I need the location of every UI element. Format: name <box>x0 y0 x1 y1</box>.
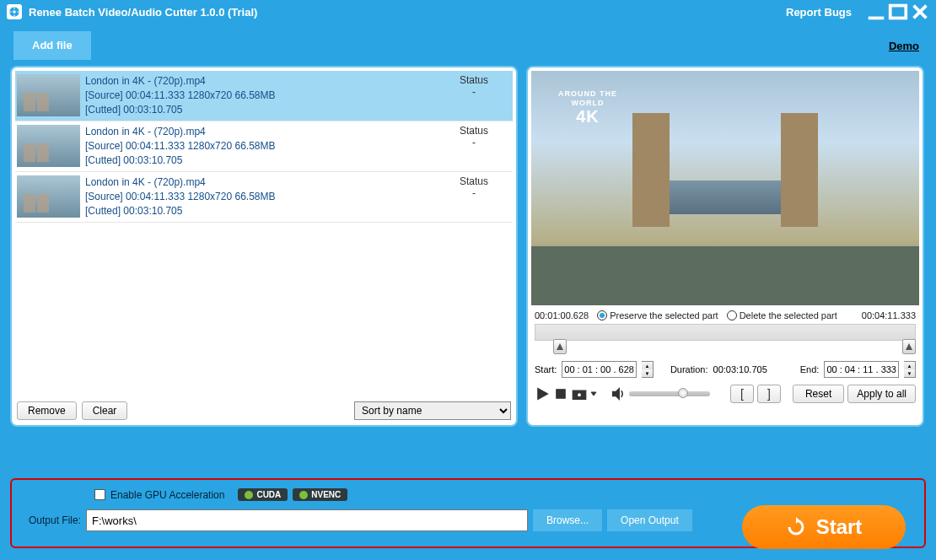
gpu-checkbox[interactable] <box>94 489 105 500</box>
volume-slider[interactable] <box>629 391 710 396</box>
stop-icon[interactable] <box>553 386 568 401</box>
close-button[interactable] <box>909 3 931 20</box>
status-value: - <box>440 86 508 98</box>
volume-icon[interactable] <box>611 386 626 401</box>
start-label: Start: <box>535 364 557 374</box>
file-name: London in 4K - (720p).mp4 <box>85 74 440 89</box>
delete-radio[interactable]: Delete the selected part <box>727 310 837 320</box>
end-spinner[interactable]: ▲▼ <box>904 361 916 378</box>
file-list: London in 4K - (720p).mp4 [Source] 00:04… <box>15 71 513 398</box>
file-row[interactable]: London in 4K - (720p).mp4 [Source] 00:04… <box>15 172 513 223</box>
output-file-input[interactable] <box>86 509 528 531</box>
start-spinner[interactable]: ▲▼ <box>642 361 654 378</box>
end-label: End: <box>800 364 820 374</box>
video-preview[interactable]: AROUND THE WORLD 4K <box>531 71 919 305</box>
preview-panel: AROUND THE WORLD 4K 00:01:00.628 Preserv… <box>526 66 924 427</box>
remove-button[interactable]: Remove <box>17 401 77 420</box>
reset-button[interactable]: Reset <box>793 385 844 403</box>
open-output-button[interactable]: Open Output <box>607 509 692 531</box>
svg-rect-7 <box>890 6 906 19</box>
apply-to-all-button[interactable]: Apply to all <box>847 385 916 403</box>
start-time-input[interactable]: 00 : 01 : 00 . 628 <box>562 361 637 378</box>
svg-rect-10 <box>557 390 565 398</box>
file-cutted: [Cutted] 00:03:10.705 <box>85 103 440 117</box>
browse-button[interactable]: Browse... <box>533 509 602 531</box>
file-source: [Source] 00:04:11.333 1280x720 66.58MB <box>85 139 440 153</box>
watermark-4k: AROUND THE WORLD 4K <box>558 89 617 125</box>
clear-button[interactable]: Clear <box>82 401 128 420</box>
file-row[interactable]: London in 4K - (720p).mp4 [Source] 00:04… <box>15 121 513 172</box>
preserve-radio[interactable]: Preserve the selected part <box>597 310 718 320</box>
file-row[interactable]: London in 4K - (720p).mp4 [Source] 00:04… <box>15 71 513 121</box>
demo-link[interactable]: Demo <box>889 40 919 52</box>
play-icon[interactable] <box>535 386 550 401</box>
snapshot-icon[interactable] <box>572 386 587 401</box>
status-value: - <box>440 137 508 148</box>
svg-point-12 <box>577 393 581 397</box>
file-thumbnail <box>17 175 80 218</box>
svg-point-1 <box>13 10 16 13</box>
top-row: Add file Demo <box>0 24 936 62</box>
cuda-badge: CUDA <box>238 488 288 501</box>
refresh-icon <box>786 517 806 537</box>
end-time-input[interactable]: 00 : 04 : 11 . 333 <box>824 361 899 378</box>
app-logo-icon <box>7 4 22 19</box>
file-cutted: [Cutted] 00:03:10.705 <box>85 153 440 168</box>
status-label: Status <box>440 175 508 187</box>
gpu-label: Enable GPU Acceleration <box>110 489 224 501</box>
file-source: [Source] 00:04:11.333 1280x720 66.58MB <box>85 190 440 204</box>
duration-label: Duration: <box>670 364 708 374</box>
maximize-button[interactable] <box>887 3 909 20</box>
minimize-button[interactable] <box>865 3 887 20</box>
file-name: London in 4K - (720p).mp4 <box>85 125 440 139</box>
nvenc-badge: NVENC <box>293 488 347 501</box>
status-value: - <box>440 187 508 199</box>
mark-out-button[interactable]: ] <box>757 385 781 403</box>
start-button[interactable]: Start <box>742 505 906 549</box>
file-thumbnail <box>17 125 80 167</box>
file-name: London in 4K - (720p).mp4 <box>85 175 440 190</box>
window-title: Renee Batch Video/Audio Cutter 1.0.0 (Tr… <box>29 6 257 19</box>
output-file-label: Output File: <box>29 514 81 526</box>
end-handle[interactable] <box>902 339 916 354</box>
total-time: 00:04:11.333 <box>862 310 916 320</box>
file-source: [Source] 00:04:11.333 1280x720 66.58MB <box>85 89 440 103</box>
duration-value: 00:03:10.705 <box>713 364 767 374</box>
range-track[interactable] <box>535 324 916 341</box>
mark-in-button[interactable]: [ <box>730 385 754 403</box>
file-cutted: [Cutted] 00:03:10.705 <box>85 204 440 218</box>
titlebar: Renee Batch Video/Audio Cutter 1.0.0 (Tr… <box>0 0 936 24</box>
output-section: Enable GPU Acceleration CUDA NVENC Outpu… <box>10 478 926 548</box>
snapshot-dropdown-icon[interactable] <box>590 386 597 401</box>
current-time: 00:01:00.628 <box>535 310 589 320</box>
file-list-panel: London in 4K - (720p).mp4 [Source] 00:04… <box>10 66 518 427</box>
file-thumbnail <box>17 74 80 116</box>
report-bugs-link[interactable]: Report Bugs <box>786 6 852 19</box>
status-label: Status <box>440 125 508 137</box>
add-file-button[interactable]: Add file <box>13 31 91 60</box>
status-label: Status <box>440 74 508 86</box>
start-handle[interactable] <box>553 339 567 354</box>
sort-select[interactable]: Sort by name <box>354 401 511 420</box>
